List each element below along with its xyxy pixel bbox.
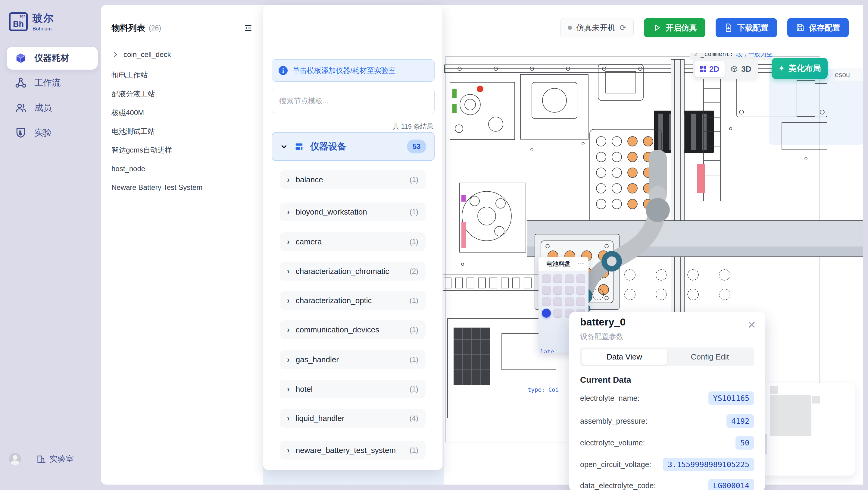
simulation-status-pill[interactable]: 仿真未开机 ⟳ — [560, 18, 634, 37]
field-value-chip: YS101165 — [708, 392, 754, 405]
material-list-title: 物料列表 — [112, 22, 145, 34]
bohrium-logo-icon: Bh 107 — [9, 12, 28, 31]
field-row-assembly-pressure: assembly_pressure: 4192 — [580, 414, 754, 428]
tray-cell[interactable] — [576, 297, 585, 306]
template-item-balance[interactable]: › balance (1) — [280, 170, 426, 189]
template-item-hotel[interactable]: › hotel (1) — [280, 380, 426, 398]
close-icon[interactable]: ✕ — [747, 320, 756, 330]
sparkles-icon: ✦ — [778, 64, 785, 73]
material-item-coin-cell-deck[interactable]: coin_cell_deck — [112, 49, 253, 61]
tray-cell[interactable] — [553, 297, 562, 306]
collapse-panel-icon[interactable] — [243, 23, 253, 33]
tray-cell[interactable] — [565, 286, 574, 295]
sidebar-item-experiments[interactable]: 实验 — [7, 122, 98, 143]
popup-title: battery_0 — [580, 316, 625, 328]
sidebar-item-instruments[interactable]: 仪器耗材 — [7, 47, 98, 69]
field-value-chip: 3.1559998989105225 — [663, 458, 754, 471]
tray-cell-selected[interactable] — [542, 309, 551, 318]
members-icon — [15, 102, 27, 114]
workflow-icon — [15, 77, 27, 89]
tray-plate-label: late — [540, 348, 554, 353]
chevron-right-icon: › — [287, 355, 290, 364]
category-instruments-header[interactable]: 仪器设备 53 — [272, 132, 435, 161]
building-icon — [37, 455, 46, 463]
sidebar-item-workflow[interactable]: 工作流 — [7, 72, 98, 93]
template-item-liquid-handler[interactable]: › liquid_handler (4) — [280, 409, 426, 428]
status-dot-icon — [568, 26, 572, 30]
app-root: 2 _comment: 段，一般为空， stat esou 2D 3D ✦ 美化… — [0, 0, 868, 490]
tray-cell[interactable] — [553, 274, 562, 283]
chevron-right-icon: › — [287, 384, 290, 394]
field-row-data-electrolyte-code: data_electrolyte_code: LG000014 — [580, 478, 754, 490]
minimap-block — [770, 395, 811, 436]
chevron-right-icon: › — [287, 237, 290, 247]
chevron-right-icon: › — [287, 446, 290, 455]
tray-cell[interactable] — [553, 286, 562, 295]
tray-cell[interactable] — [553, 309, 562, 318]
tray-cell[interactable] — [542, 274, 551, 283]
tray-menu-icon[interactable]: ••• — [577, 261, 584, 266]
tab-data-view[interactable]: Data View — [582, 349, 667, 365]
tray-cell[interactable] — [565, 274, 574, 283]
start-simulation-button[interactable]: 开启仿真 — [644, 18, 705, 37]
field-row-open-circuit-voltage: open_circuit_voltage: 3.1559998989105225 — [580, 457, 754, 471]
field-row-electrolyte-volume: electrolyte_volume: 50 — [580, 435, 754, 450]
refresh-icon[interactable]: ⟳ — [620, 23, 626, 33]
tray-cell[interactable] — [576, 274, 585, 283]
cube-icon — [15, 52, 27, 64]
field-value-chip: 50 — [736, 436, 754, 450]
beautify-layout-button[interactable]: ✦ 美化布局 — [772, 58, 828, 79]
grid-2d-icon — [700, 66, 706, 72]
user-avatar[interactable] — [9, 453, 21, 465]
template-item-camera[interactable]: › camera (1) — [280, 232, 426, 251]
template-item-communication-devices[interactable]: › communication_devices (1) — [280, 320, 426, 339]
download-file-icon — [724, 23, 733, 32]
template-panel: i 单击模板添加仪器/耗材至实验室 共 119 条结果 仪器设备 53 › ba… — [263, 5, 443, 470]
minimap-block — [812, 396, 820, 404]
template-item-bioyond-workstation[interactable]: › bioyond_workstation (1) — [280, 203, 426, 221]
tray-cell[interactable] — [576, 286, 585, 295]
template-item-characterization-chromatic[interactable]: › characterization_chromatic (2) — [280, 262, 426, 281]
info-icon: i — [279, 66, 288, 75]
material-item[interactable]: 配液分液工站 — [112, 88, 253, 100]
material-item[interactable]: 智达gcms自动进样 — [112, 144, 253, 156]
experiment-shield-icon — [15, 127, 27, 139]
template-item-gas-handler[interactable]: › gas_handler (1) — [280, 350, 426, 369]
chevron-right-icon: › — [287, 325, 290, 335]
material-item[interactable]: 扣电工作站 — [112, 69, 253, 81]
tab-config-edit[interactable]: Config Edit — [667, 349, 753, 365]
lab-link[interactable]: 实验室 — [37, 454, 74, 464]
field-row-electrolyte-name: electrolyte_name: YS101165 — [580, 391, 754, 405]
battery-config-popup: battery_0 设备配置参数 ✕ Data View Config Edit… — [569, 312, 765, 490]
material-list-panel: 物料列表 (26) coin_cell_deck 扣电工作站 配液分液工站 核磁… — [101, 5, 263, 485]
app-sidebar: Bh 107 玻尔 Bohrium 仪器耗材 工作流 — [0, 0, 101, 490]
material-item[interactable]: host_node — [112, 163, 253, 175]
sidebar-item-members[interactable]: 成员 — [7, 97, 98, 118]
play-icon — [652, 23, 661, 32]
view-mode-toggle: 2D 3D — [693, 59, 758, 79]
tray-cell[interactable] — [565, 297, 574, 306]
category-count-badge: 53 — [407, 140, 426, 153]
chevron-right-icon: › — [287, 207, 290, 217]
app-logo: Bh 107 玻尔 Bohrium — [9, 11, 54, 32]
chevron-right-icon: › — [287, 414, 290, 423]
field-value-chip: LG000014 — [708, 479, 754, 490]
download-config-button[interactable]: 下载配置 — [716, 18, 777, 37]
brand-subtitle: Bohrium — [33, 26, 54, 32]
popup-subtitle: 设备配置参数 — [580, 332, 623, 341]
template-search-input[interactable] — [272, 89, 435, 113]
toggle-3d-button[interactable]: 3D — [726, 61, 756, 77]
material-item[interactable]: 核磁400M — [112, 107, 253, 119]
tray-cell[interactable] — [542, 297, 551, 306]
template-item-neware-battery-test-system[interactable]: › neware_battery_test_system (1) — [280, 441, 426, 460]
material-item[interactable]: Neware Battery Test System — [112, 181, 253, 194]
save-config-button[interactable]: 保存配置 — [787, 18, 849, 37]
toggle-2d-button[interactable]: 2D — [694, 61, 725, 77]
battery-tray-header: 电池料盘 ••• — [538, 257, 589, 270]
field-value-chip: 4192 — [726, 414, 754, 428]
material-item[interactable]: 电池测试工站 — [112, 125, 253, 137]
tray-cell[interactable] — [542, 286, 551, 295]
brand-name: 玻尔 — [33, 11, 54, 25]
template-item-characterization-optic[interactable]: › characterization_optic (1) — [280, 291, 426, 310]
current-data-heading: Current Data — [580, 375, 631, 385]
